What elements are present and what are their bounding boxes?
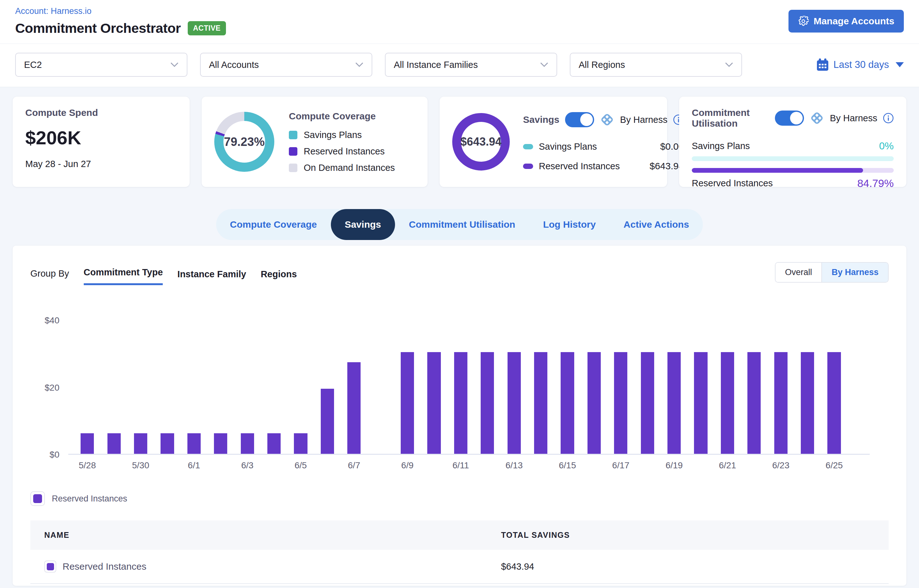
x-tick-6/1: 6/1 xyxy=(181,460,207,470)
chevron-down-icon xyxy=(725,62,733,67)
util-savings-plans-label: Savings Plans xyxy=(692,141,750,151)
bar-6/13[interactable] xyxy=(507,352,521,454)
bar-6/19[interactable] xyxy=(668,352,681,454)
x-tick-5/28: 5/28 xyxy=(74,460,100,470)
x-tick-5/31 xyxy=(154,460,180,470)
bar-6/15[interactable] xyxy=(561,352,574,454)
bar-6/24[interactable] xyxy=(801,352,814,454)
filter-bar: EC2 All Accounts All Instance Families A… xyxy=(0,44,919,87)
bar-6/16[interactable] xyxy=(587,352,601,454)
bar-5/31[interactable] xyxy=(160,433,174,454)
regions-filter-value: All Regions xyxy=(579,60,625,70)
row-value: $643.94 xyxy=(650,161,684,171)
group-tab-regions[interactable]: Regions xyxy=(261,269,297,285)
bar-6/11[interactable] xyxy=(454,352,467,454)
reserved-instances-swatch xyxy=(47,563,54,570)
by-harness-toggle[interactable] xyxy=(775,110,804,126)
bar-6/23[interactable] xyxy=(774,352,788,454)
chevron-down-icon xyxy=(540,62,548,67)
service-filter-value: EC2 xyxy=(24,60,42,70)
account-link[interactable]: Account: Harness.io xyxy=(15,6,92,16)
chevron-down-icon xyxy=(170,62,178,67)
bar-slot-6/1 xyxy=(181,320,207,454)
x-tick-6/10 xyxy=(421,460,447,470)
x-tick-6/5: 6/5 xyxy=(287,460,314,470)
group-tab-commitment-type[interactable]: Commitment Type xyxy=(84,267,163,285)
bar-6/25[interactable] xyxy=(827,352,841,454)
tab-compute-coverage[interactable]: Compute Coverage xyxy=(216,209,331,240)
table-row[interactable]: Reserved Instances $643.94 xyxy=(30,550,889,584)
bar-slot-6/21 xyxy=(714,320,741,454)
bar-6/9[interactable] xyxy=(401,352,414,454)
bar-6/20[interactable] xyxy=(694,352,707,454)
header-left: Account: Harness.io Commitment Orchestra… xyxy=(15,6,226,36)
view-option-overall[interactable]: Overall xyxy=(776,263,822,282)
tab-savings[interactable]: Savings xyxy=(331,209,395,240)
bar-6/10[interactable] xyxy=(427,352,441,454)
x-tick-6/16 xyxy=(581,460,608,470)
view-option-by-harness[interactable]: By Harness xyxy=(821,263,888,282)
legend-checkbox-reserved-instances[interactable] xyxy=(30,491,45,506)
instance-families-filter-select[interactable]: All Instance Families xyxy=(385,53,557,77)
bar-6/1[interactable] xyxy=(187,433,201,454)
x-tick-6/9: 6/9 xyxy=(394,460,421,470)
bar-5/28[interactable] xyxy=(81,433,94,454)
by-harness-label: By Harness xyxy=(620,115,668,125)
x-tick-6/14 xyxy=(527,460,554,470)
commitment-utilisation-card: Commitment Utilisation By Harness xyxy=(679,97,906,187)
date-range-picker[interactable]: Last 30 days xyxy=(817,58,904,71)
by-harness-label: By Harness xyxy=(830,113,877,123)
by-harness-toggle[interactable] xyxy=(565,112,594,127)
bar-slot-6/7 xyxy=(341,320,367,454)
compute-coverage-card: 79.23% Compute Coverage Savings Plans Re… xyxy=(202,97,428,187)
bar-6/21[interactable] xyxy=(721,352,734,454)
date-range-label: Last 30 days xyxy=(833,59,889,70)
x-tick-6/21: 6/21 xyxy=(714,460,741,470)
bar-6/12[interactable] xyxy=(481,352,494,454)
legend-label: Reserved Instances xyxy=(52,494,127,504)
bar-6/3[interactable] xyxy=(241,433,254,454)
bar-6/14[interactable] xyxy=(534,352,547,454)
util-savings-plans-value: 0% xyxy=(879,140,894,152)
bar-6/7[interactable] xyxy=(347,362,361,454)
compute-coverage-title: Compute Coverage xyxy=(289,111,415,121)
x-tick-5/29 xyxy=(100,460,127,470)
tab-log-history[interactable]: Log History xyxy=(529,209,609,240)
bar-5/29[interactable] xyxy=(107,433,121,454)
regions-filter-select[interactable]: All Regions xyxy=(570,53,742,77)
bar-5/30[interactable] xyxy=(134,433,147,454)
bar-6/22[interactable] xyxy=(747,352,761,454)
x-tick-6/24 xyxy=(794,460,821,470)
compute-spend-period: May 28 - Jun 27 xyxy=(25,159,177,169)
manage-accounts-button[interactable]: Manage Accounts xyxy=(788,10,904,32)
bar-slot-6/15 xyxy=(554,320,580,454)
bar-6/18[interactable] xyxy=(641,352,654,454)
bar-slot-6/3 xyxy=(234,320,260,454)
legend-item-on-demand: On Demand Instances xyxy=(289,163,415,173)
tab-commitment-utilisation[interactable]: Commitment Utilisation xyxy=(395,209,529,240)
bar-slot-5/29 xyxy=(100,320,127,454)
x-axis-labels: 5/285/306/16/36/56/76/96/116/136/156/176… xyxy=(68,460,870,470)
bar-6/17[interactable] xyxy=(614,352,627,454)
bar-6/5[interactable] xyxy=(294,433,307,454)
info-icon[interactable] xyxy=(883,113,894,123)
manage-accounts-label: Manage Accounts xyxy=(814,16,894,26)
bar-6/2[interactable] xyxy=(214,433,227,454)
savings-row-reserved-instances: Reserved Instances $643.94 xyxy=(523,161,684,171)
service-filter-select[interactable]: EC2 xyxy=(15,53,187,77)
group-tab-instance-family[interactable]: Instance Family xyxy=(177,269,246,285)
bar-slot-6/10 xyxy=(421,320,447,454)
y-tick: $20 xyxy=(45,383,59,393)
x-tick-6/23: 6/23 xyxy=(768,460,794,470)
bar-slot-6/5 xyxy=(287,320,314,454)
bar-6/6[interactable] xyxy=(321,389,334,454)
tab-active-actions[interactable]: Active Actions xyxy=(609,209,703,240)
accounts-filter-value: All Accounts xyxy=(209,60,259,70)
accounts-filter-select[interactable]: All Accounts xyxy=(200,53,372,77)
bar-slot-5/30 xyxy=(127,320,154,454)
bar-slot-6/22 xyxy=(741,320,767,454)
row-swatch-chip xyxy=(44,561,56,572)
group-by-label: Group By xyxy=(30,268,69,285)
x-tick-6/22 xyxy=(741,460,767,470)
bar-6/4[interactable] xyxy=(267,433,280,454)
